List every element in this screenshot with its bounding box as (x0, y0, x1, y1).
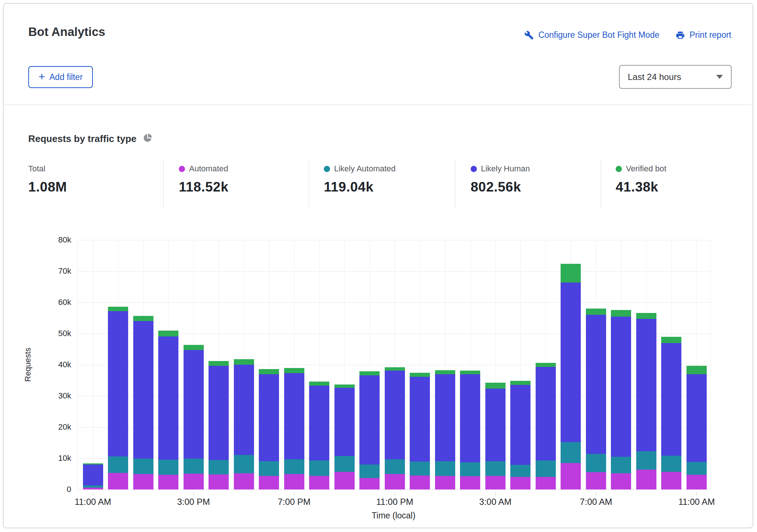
bar-segment-likely-automated[interactable] (435, 461, 455, 476)
bar-segment-likely-automated[interactable] (611, 457, 631, 473)
bar-segment-verified-bot[interactable] (536, 363, 556, 367)
bar-segment-likely-automated[interactable] (359, 464, 380, 478)
bar-segment-likely-human[interactable] (108, 311, 128, 456)
bar-segment-automated[interactable] (536, 477, 556, 489)
bar-segment-automated[interactable] (184, 474, 204, 489)
print-report-link[interactable]: Print report (675, 30, 731, 40)
bar-segment-automated[interactable] (485, 476, 506, 489)
bar-segment-verified-bot[interactable] (561, 264, 581, 283)
bar-segment-likely-automated[interactable] (636, 451, 656, 470)
bar-5-00-am[interactable] (536, 363, 556, 489)
bar-segment-likely-human[interactable] (460, 374, 480, 462)
bar-segment-automated[interactable] (586, 472, 606, 489)
bar-segment-likely-automated[interactable] (209, 460, 229, 474)
bar-9-00-am[interactable] (636, 313, 656, 489)
bar-segment-likely-human[interactable] (184, 350, 204, 459)
bar-2-00-am[interactable] (460, 371, 480, 489)
bar-segment-likely-automated[interactable] (410, 462, 430, 475)
bar-segment-verified-bot[interactable] (108, 307, 128, 311)
bar-segment-automated[interactable] (83, 488, 103, 489)
time-range-dropdown[interactable]: Last 24 hours (619, 65, 732, 89)
bar-segment-automated[interactable] (435, 476, 455, 489)
bar-segment-automated[interactable] (385, 474, 405, 490)
bar-segment-likely-human[interactable] (636, 319, 656, 451)
bar-segment-likely-human[interactable] (234, 365, 254, 455)
bar-segment-verified-bot[interactable] (687, 366, 707, 374)
bar-segment-likely-human[interactable] (687, 374, 707, 462)
bar-segment-automated[interactable] (309, 476, 329, 489)
bar-segment-likely-human[interactable] (209, 366, 229, 460)
bar-segment-verified-bot[interactable] (510, 381, 530, 385)
bar-5-00-pm[interactable] (234, 359, 254, 489)
bar-segment-automated[interactable] (460, 476, 480, 489)
bar-segment-automated[interactable] (359, 478, 380, 489)
bar-segment-likely-human[interactable] (561, 283, 581, 442)
bar-segment-likely-automated[interactable] (485, 461, 506, 476)
bar-segment-verified-bot[interactable] (184, 345, 204, 350)
bar-segment-likely-human[interactable] (284, 373, 304, 459)
bar-segment-automated[interactable] (108, 473, 128, 489)
bar-segment-likely-automated[interactable] (259, 461, 279, 476)
bar-segment-likely-human[interactable] (435, 374, 455, 461)
bar-segment-likely-human[interactable] (586, 315, 606, 454)
bar-segment-automated[interactable] (284, 474, 304, 489)
bar-10-00-pm[interactable] (359, 371, 380, 489)
bar-11-00-pm[interactable] (385, 367, 405, 489)
bar-segment-likely-automated[interactable] (510, 465, 530, 477)
bar-7-00-pm[interactable] (284, 368, 304, 489)
bar-segment-automated[interactable] (636, 470, 656, 489)
bar-segment-automated[interactable] (611, 473, 631, 489)
bar-segment-verified-bot[interactable] (284, 368, 304, 373)
add-filter-button[interactable]: + Add filter (28, 66, 93, 88)
bar-segment-verified-bot[interactable] (309, 382, 329, 386)
bar-segment-automated[interactable] (510, 477, 530, 489)
bar-8-00-pm[interactable] (309, 382, 329, 489)
bar-segment-likely-human[interactable] (259, 374, 279, 461)
bar-8-00-am[interactable] (611, 310, 631, 489)
bar-1-00-am[interactable] (435, 370, 455, 489)
bar-segment-likely-automated[interactable] (687, 462, 707, 475)
bar-segment-likely-human[interactable] (485, 389, 506, 461)
bar-segment-likely-human[interactable] (158, 336, 178, 460)
bar-2-00-pm[interactable] (158, 331, 178, 489)
bar-segment-verified-bot[interactable] (385, 367, 405, 371)
bar-4-00-am[interactable] (510, 381, 530, 489)
bar-segment-likely-automated[interactable] (184, 459, 204, 474)
bar-segment-likely-automated[interactable] (158, 460, 178, 475)
bar-segment-likely-human[interactable] (536, 367, 556, 460)
bar-segment-likely-automated[interactable] (133, 459, 153, 474)
bar-segment-likely-human[interactable] (334, 388, 355, 456)
bar-segment-automated[interactable] (259, 476, 279, 489)
bar-9-00-pm[interactable] (334, 385, 355, 489)
bar-segment-likely-human[interactable] (410, 377, 430, 462)
bar-segment-likely-automated[interactable] (536, 460, 556, 477)
bar-segment-verified-bot[interactable] (485, 383, 506, 388)
bar-6-00-pm[interactable] (259, 369, 279, 489)
bar-3-00-pm[interactable] (184, 345, 204, 489)
bar-segment-automated[interactable] (334, 472, 355, 489)
bar-segment-automated[interactable] (687, 475, 707, 489)
bar-segment-likely-automated[interactable] (661, 456, 681, 471)
bar-segment-verified-bot[interactable] (158, 331, 178, 336)
bar-11-00-am[interactable] (83, 463, 103, 489)
bar-segment-automated[interactable] (561, 463, 581, 489)
bar-1-00-pm[interactable] (133, 316, 153, 489)
bar-segment-verified-bot[interactable] (234, 359, 254, 365)
bar-segment-verified-bot[interactable] (209, 361, 229, 366)
bar-segment-likely-human[interactable] (661, 343, 681, 456)
bar-segment-verified-bot[interactable] (259, 369, 279, 374)
bar-segment-likely-automated[interactable] (561, 442, 581, 463)
bar-segment-verified-bot[interactable] (359, 371, 380, 375)
bar-segment-verified-bot[interactable] (334, 385, 355, 388)
bar-segment-likely-human[interactable] (309, 386, 329, 460)
bar-segment-verified-bot[interactable] (435, 370, 455, 374)
bar-4-00-pm[interactable] (209, 361, 229, 489)
bar-segment-verified-bot[interactable] (133, 316, 153, 321)
bar-segment-likely-human[interactable] (385, 371, 405, 459)
bar-segment-automated[interactable] (133, 474, 153, 489)
bar-segment-likely-human[interactable] (83, 464, 103, 485)
bar-6-00-am[interactable] (561, 264, 581, 489)
bar-segment-likely-human[interactable] (359, 375, 380, 464)
bar-segment-likely-automated[interactable] (460, 462, 480, 476)
bar-segment-likely-automated[interactable] (108, 456, 128, 473)
